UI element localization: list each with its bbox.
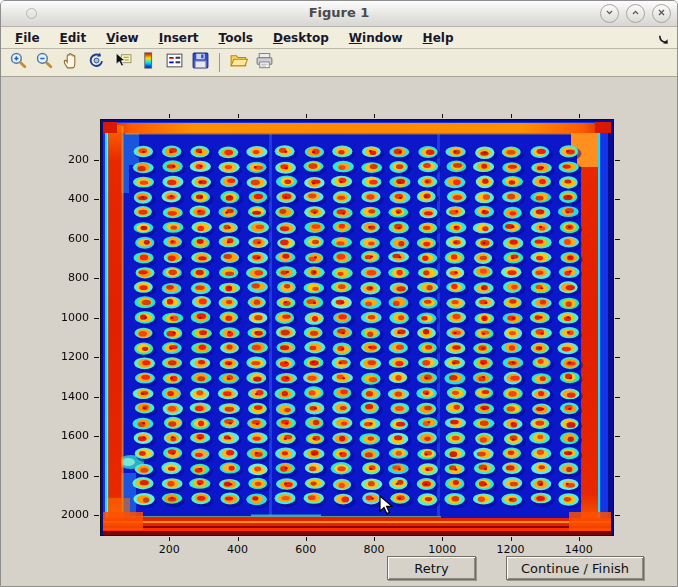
- x-axis-tick-label: 1400: [565, 543, 593, 556]
- menu-insert[interactable]: Insert: [149, 29, 209, 47]
- pan-button[interactable]: [59, 51, 82, 74]
- insert-legend-icon: [165, 51, 184, 74]
- open-file-button[interactable]: [227, 51, 250, 74]
- x-axis-tick: [306, 537, 307, 541]
- figure-window: Figure 1 FileEditViewInsertToolsDesktopW…: [0, 0, 678, 587]
- x-axis-tick-top: [306, 114, 307, 118]
- y-axis-tick: [94, 160, 99, 161]
- menu-help[interactable]: Help: [413, 29, 464, 47]
- y-axis-tick: [94, 436, 99, 437]
- retry-button[interactable]: Retry: [387, 556, 476, 580]
- y-axis-tick: [94, 278, 99, 279]
- print-icon: [255, 51, 274, 74]
- menu-edit[interactable]: Edit: [50, 29, 97, 47]
- y-axis-tick: [94, 239, 99, 240]
- open-file-icon: [229, 51, 248, 74]
- x-axis-tick-top: [511, 114, 512, 118]
- y-axis-tick: [94, 199, 99, 200]
- minimize-button[interactable]: [600, 4, 619, 23]
- plot-axes[interactable]: [100, 119, 614, 536]
- figure-canvas-area: Retry Continue / Finish 2004006008001000…: [1, 77, 677, 586]
- y-axis-tick-label: 400: [29, 192, 89, 205]
- x-axis-tick: [511, 537, 512, 541]
- y-axis-tick-right: [615, 436, 620, 437]
- menu-view[interactable]: View: [96, 29, 148, 47]
- insert-legend-button[interactable]: [163, 51, 186, 74]
- y-axis-tick-right: [615, 397, 620, 398]
- x-axis-tick-label: 1000: [428, 543, 456, 556]
- x-icon: [655, 4, 668, 23]
- y-axis-tick: [94, 357, 99, 358]
- menu-file[interactable]: File: [5, 29, 50, 47]
- y-axis-tick-right: [615, 476, 620, 477]
- menu-desktop[interactable]: Desktop: [263, 29, 339, 47]
- window-controls: [600, 4, 671, 23]
- insert-colorbar-icon: [139, 51, 158, 74]
- y-axis-tick-right: [615, 278, 620, 279]
- plate-heatmap-image[interactable]: [101, 120, 613, 535]
- insert-colorbar-button[interactable]: [137, 51, 160, 74]
- save-button[interactable]: [189, 51, 212, 74]
- continue-finish-button[interactable]: Continue / Finish: [506, 556, 644, 580]
- data-cursor-icon: [113, 51, 132, 74]
- save-icon: [191, 51, 210, 74]
- x-axis-tick: [238, 537, 239, 541]
- x-axis-tick-top: [579, 114, 580, 118]
- x-axis-tick: [579, 537, 580, 541]
- figure-toolbar: [1, 49, 677, 77]
- y-axis-tick-right: [615, 515, 620, 516]
- x-axis-tick-label: 800: [364, 543, 385, 556]
- data-cursor-button[interactable]: [111, 51, 134, 74]
- y-axis-tick-label: 2000: [29, 508, 89, 521]
- title-bar[interactable]: Figure 1: [1, 1, 677, 27]
- y-axis-tick: [94, 397, 99, 398]
- zoom-out-icon: [35, 51, 54, 74]
- x-axis-tick: [442, 537, 443, 541]
- x-axis-tick: [169, 537, 170, 541]
- toolbar-separator: [219, 53, 220, 72]
- x-axis-tick: [374, 537, 375, 541]
- menu-window[interactable]: Window: [339, 29, 413, 47]
- maximize-button[interactable]: [626, 4, 645, 23]
- zoom-in-button[interactable]: [7, 51, 30, 74]
- y-axis-tick-label: 1200: [29, 350, 89, 363]
- pan-icon: [61, 51, 80, 74]
- y-axis-tick: [94, 476, 99, 477]
- x-axis-tick-label: 200: [159, 543, 180, 556]
- y-axis-tick-right: [615, 160, 620, 161]
- window-title: Figure 1: [1, 5, 677, 20]
- print-button[interactable]: [253, 51, 276, 74]
- y-axis-tick: [94, 515, 99, 516]
- menu-tools[interactable]: Tools: [209, 29, 263, 47]
- y-axis-tick-label: 1400: [29, 390, 89, 403]
- chevron-up-icon: [629, 4, 642, 23]
- rotate-3d-button[interactable]: [85, 51, 108, 74]
- y-axis-tick-label: 1600: [29, 429, 89, 442]
- y-axis-tick-label: 800: [29, 271, 89, 284]
- x-axis-tick-label: 400: [227, 543, 248, 556]
- y-axis-tick-right: [615, 239, 620, 240]
- rotate-3d-icon: [87, 51, 106, 74]
- y-axis-tick-right: [615, 199, 620, 200]
- x-axis-tick-top: [442, 114, 443, 118]
- y-axis-tick-right: [615, 357, 620, 358]
- menu-bar: FileEditViewInsertToolsDesktopWindowHelp: [1, 27, 677, 49]
- x-axis-tick-top: [169, 114, 170, 118]
- x-axis-tick-label: 600: [295, 543, 316, 556]
- zoom-out-button[interactable]: [33, 51, 56, 74]
- x-axis-tick-label: 1200: [497, 543, 525, 556]
- y-axis-tick: [94, 318, 99, 319]
- y-axis-tick-right: [615, 318, 620, 319]
- y-axis-tick-label: 1000: [29, 311, 89, 324]
- y-axis-tick-label: 200: [29, 153, 89, 166]
- x-axis-tick-top: [238, 114, 239, 118]
- chevron-down-icon: [603, 4, 616, 23]
- close-button[interactable]: [652, 4, 671, 23]
- y-axis-tick-label: 600: [29, 232, 89, 245]
- y-axis-tick-label: 1800: [29, 469, 89, 482]
- x-axis-tick-top: [374, 114, 375, 118]
- dock-figure-icon[interactable]: [657, 31, 670, 50]
- zoom-in-icon: [9, 51, 28, 74]
